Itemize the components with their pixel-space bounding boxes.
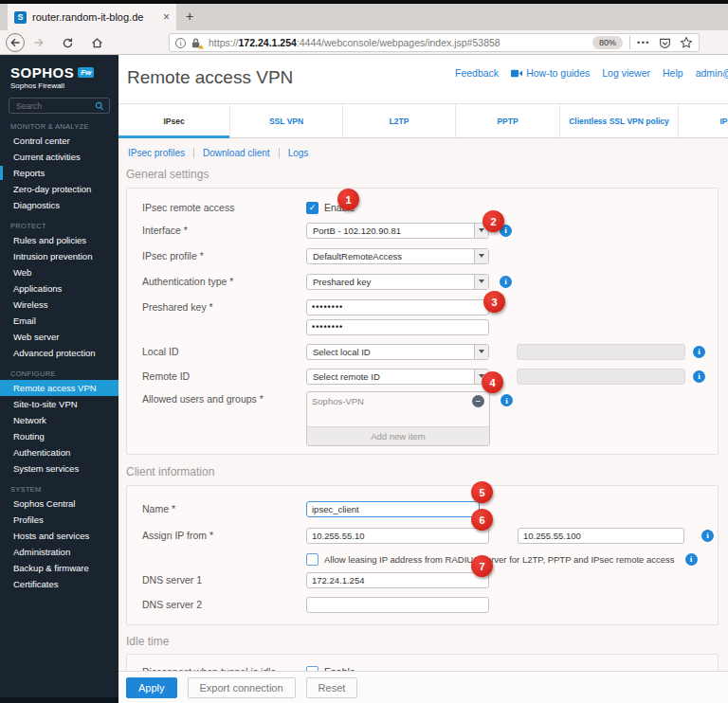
tab-ipsec-profiles[interactable]: IPsec bbox=[678, 104, 728, 137]
local-id-value: Select local ID bbox=[307, 347, 474, 357]
tab-pptp[interactable]: PPTP bbox=[455, 104, 559, 137]
new-tab-button[interactable]: + bbox=[186, 9, 193, 24]
sidebar-item-sophos-central[interactable]: Sophos Central bbox=[0, 496, 118, 512]
assign-ip-from-input[interactable] bbox=[306, 528, 489, 544]
dns-server-2-input[interactable] bbox=[306, 597, 489, 613]
sidebar-item-control-center[interactable]: Control center bbox=[0, 133, 118, 149]
sidebar-item-web-server[interactable]: Web server bbox=[0, 329, 118, 345]
sidebar-search[interactable] bbox=[9, 98, 110, 114]
local-id-info-icon[interactable]: i bbox=[693, 346, 705, 358]
allowed-users-listbox: Sophos-VPN − Add new item bbox=[306, 391, 490, 446]
idle-time-heading: Idle time bbox=[126, 635, 169, 648]
sidebar-item-administration[interactable]: Administration bbox=[0, 544, 118, 560]
allowed-users-item-label: Sophos-VPN bbox=[312, 396, 364, 406]
allowed-users-item[interactable]: Sophos-VPN − bbox=[307, 392, 489, 410]
back-button[interactable] bbox=[6, 33, 25, 52]
browser-tab[interactable]: S router.random-it-blog.de × bbox=[8, 4, 176, 30]
assign-ip-info-icon[interactable]: i bbox=[701, 530, 714, 542]
sidebar: SOPHOS Fw Sophos Firewall MONITOR & ANAL… bbox=[0, 55, 118, 703]
browser-tab-bar: S router.random-it-blog.de × + bbox=[0, 4, 728, 30]
sidebar-item-applications[interactable]: Applications bbox=[0, 280, 118, 297]
download-client-link[interactable]: Download client bbox=[203, 148, 270, 158]
sidebar-item-wireless[interactable]: Wireless bbox=[0, 297, 118, 313]
ipsec-profile-select[interactable]: DefaultRemoteAccess bbox=[306, 248, 489, 264]
sophos-logo: SOPHOS bbox=[10, 64, 74, 81]
sidebar-item-remote-access-vpn[interactable]: Remote access VPN bbox=[0, 380, 118, 396]
forward-arrow-icon bbox=[33, 37, 45, 48]
url-bar[interactable]: i https://172.24.1.254:4444/webconsole/w… bbox=[169, 33, 700, 52]
insecure-lock-warning-icon[interactable] bbox=[191, 37, 204, 49]
page-info-icon[interactable]: i bbox=[175, 38, 186, 48]
assign-ip-to-input[interactable] bbox=[518, 528, 684, 544]
tab-close-icon[interactable]: × bbox=[163, 10, 170, 24]
sidebar-item-current-activities[interactable]: Current activities bbox=[0, 149, 118, 165]
tab-clientless-ssl-vpn-policy[interactable]: Clientless SSL VPN policy bbox=[559, 104, 678, 137]
sidebar-item-certificates[interactable]: Certificates bbox=[0, 576, 118, 592]
preshared-key-confirm-input[interactable] bbox=[306, 319, 489, 335]
search-input[interactable] bbox=[14, 100, 95, 112]
page-actions-icon[interactable]: ••• bbox=[637, 38, 650, 47]
section-label-protect: PROTECT bbox=[10, 222, 109, 230]
radius-leasing-info-icon[interactable]: i bbox=[685, 553, 698, 566]
dns-server-2-label: DNS server 2 bbox=[142, 599, 306, 610]
auth-type-select[interactable]: Preshared key bbox=[306, 274, 489, 290]
help-link[interactable]: Help bbox=[663, 67, 683, 79]
zoom-level-badge[interactable]: 80% bbox=[592, 36, 623, 49]
ipsec-enable-checkbox[interactable]: ✓ bbox=[306, 202, 318, 214]
home-button[interactable] bbox=[87, 33, 106, 52]
home-icon bbox=[91, 37, 103, 49]
ipsec-profiles-link[interactable]: IPsec profiles bbox=[128, 148, 185, 158]
radius-leasing-label: Allow leasing IP address from RADIUS ser… bbox=[324, 554, 675, 565]
section-label-system: SYSTEM bbox=[10, 485, 109, 494]
auth-type-info-icon[interactable]: i bbox=[500, 276, 512, 288]
sidebar-item-profiles[interactable]: Profiles bbox=[0, 512, 118, 528]
sidebar-item-diagnostics[interactable]: Diagnostics bbox=[0, 197, 118, 213]
pocket-icon[interactable] bbox=[659, 37, 671, 49]
tab-ipsec[interactable]: IPsec bbox=[118, 104, 229, 137]
sidebar-item-advanced-protection[interactable]: Advanced protection bbox=[0, 345, 118, 361]
allowed-users-info-icon[interactable]: i bbox=[500, 394, 513, 406]
admin-account-link[interactable]: admin@router.rand bbox=[696, 67, 728, 79]
log-viewer-link[interactable]: Log viewer bbox=[602, 67, 650, 79]
interface-select[interactable]: PortB - 102.120.90.81 bbox=[306, 223, 489, 239]
forward-button[interactable] bbox=[29, 33, 48, 52]
firewall-badge: Fw bbox=[78, 67, 94, 78]
sidebar-item-web[interactable]: Web bbox=[0, 264, 118, 280]
step-badge-3: 3 bbox=[483, 291, 505, 313]
reload-button[interactable] bbox=[58, 33, 77, 52]
apply-button[interactable]: Apply bbox=[126, 677, 177, 698]
remote-id-select[interactable]: Select remote ID bbox=[306, 369, 489, 385]
reset-button[interactable]: Reset bbox=[306, 677, 358, 698]
dns-server-1-input[interactable] bbox=[306, 572, 489, 588]
sidebar-item-zero-day-protection[interactable]: Zero-day protection bbox=[0, 181, 118, 197]
feedback-link[interactable]: Feedback bbox=[455, 67, 499, 79]
sidebar-item-intrusion-prevention[interactable]: Intrusion prevention bbox=[0, 248, 118, 264]
sidebar-item-routing[interactable]: Routing bbox=[0, 428, 118, 444]
sidebar-item-email[interactable]: Email bbox=[0, 313, 118, 329]
search-icon bbox=[95, 101, 104, 111]
export-connection-button[interactable]: Export connection bbox=[188, 677, 296, 698]
step-badge-4: 4 bbox=[482, 371, 503, 393]
sidebar-item-network[interactable]: Network bbox=[0, 412, 118, 428]
tab-ssl-vpn[interactable]: SSL VPN bbox=[229, 104, 342, 137]
radius-leasing-checkbox[interactable] bbox=[306, 553, 318, 566]
logs-link[interactable]: Logs bbox=[288, 148, 309, 158]
remove-item-icon[interactable]: − bbox=[472, 395, 484, 407]
how-to-guides-link[interactable]: How-to guides bbox=[511, 67, 590, 79]
sidebar-item-authentication[interactable]: Authentication bbox=[0, 444, 118, 460]
tab-l2tp[interactable]: L2TP bbox=[342, 104, 455, 137]
sidebar-item-backup-firmware[interactable]: Backup & firmware bbox=[0, 560, 118, 576]
local-id-select[interactable]: Select local ID bbox=[306, 344, 489, 360]
add-new-item-button[interactable]: Add new item bbox=[307, 426, 489, 445]
vpn-tabs: IPsec SSL VPN L2TP PPTP Clientless SSL V… bbox=[118, 104, 728, 138]
preshared-key-input[interactable] bbox=[306, 299, 489, 315]
client-name-input[interactable] bbox=[306, 501, 480, 517]
remote-id-info-icon[interactable]: i bbox=[693, 370, 705, 383]
sidebar-item-system-services[interactable]: System services bbox=[0, 460, 118, 477]
sidebar-item-hosts-and-services[interactable]: Hosts and services bbox=[0, 528, 118, 544]
sidebar-item-rules-and-policies[interactable]: Rules and policies bbox=[0, 232, 118, 248]
how-to-guides-label: How-to guides bbox=[526, 67, 590, 79]
sidebar-item-site-to-site-vpn[interactable]: Site-to-site VPN bbox=[0, 396, 118, 412]
sidebar-item-reports[interactable]: Reports bbox=[0, 165, 118, 181]
bookmark-star-icon[interactable] bbox=[680, 36, 693, 49]
